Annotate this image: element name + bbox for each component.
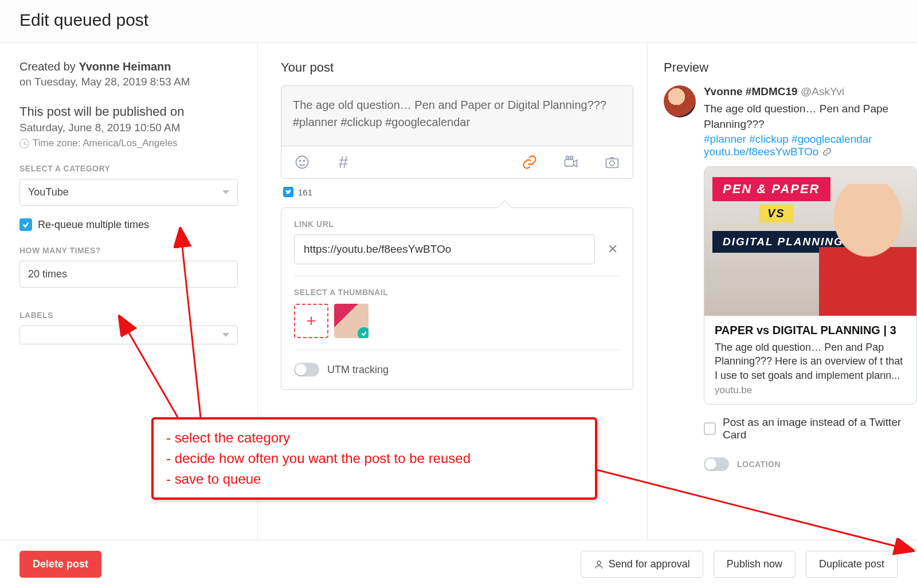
link-card: LINK URL https://youtu.be/f8eesYwBTOo ✕ … bbox=[281, 207, 633, 390]
banner-vs: VS bbox=[759, 205, 793, 222]
utm-toggle-row[interactable]: UTM tracking bbox=[294, 363, 620, 377]
requeue-checkbox-row[interactable]: Re-queue multiple times bbox=[19, 218, 238, 231]
preview-column: Preview Yvonne #MDMC19 @AskYvi The age o… bbox=[648, 43, 917, 545]
category-select[interactable]: YouTube bbox=[19, 179, 238, 206]
clear-link-icon[interactable]: ✕ bbox=[605, 240, 620, 259]
image-instead-label: Post as an image instead of a Twitter Ca… bbox=[723, 416, 917, 441]
char-count: 161 bbox=[298, 187, 312, 197]
banner-pen-paper: PEN & PAPER bbox=[712, 177, 830, 201]
post-composer: The age old question… Pen and Paper or D… bbox=[281, 85, 633, 179]
preview-card-host: youtu.be bbox=[715, 385, 906, 396]
timezone-text: Time zone: America/Los_Angeles bbox=[33, 138, 178, 149]
preview-short-url: youtu.be/f8eesYwBTOo bbox=[704, 146, 917, 158]
preview-card: PEN & PAPER VS DIGITAL PLANNING PAPER vs… bbox=[704, 166, 917, 405]
preview-post: Yvonne #MDMC19 @AskYvi The age old quest… bbox=[664, 85, 917, 471]
utm-label: UTM tracking bbox=[327, 364, 389, 376]
requeue-label: Re-queue multiple times bbox=[38, 219, 149, 231]
svg-point-0 bbox=[296, 156, 308, 168]
char-count-row: 161 bbox=[283, 187, 633, 197]
svg-rect-6 bbox=[606, 159, 618, 167]
labels-select[interactable] bbox=[19, 326, 238, 344]
publish-time: Saturday, June 8, 2019 10:50 AM bbox=[19, 121, 238, 134]
preview-heading: Preview bbox=[664, 60, 917, 75]
chevron-down-icon bbox=[222, 333, 229, 337]
thumbnail-option[interactable] bbox=[334, 304, 369, 338]
svg-point-8 bbox=[597, 561, 601, 565]
thumbnail-label: SELECT A THUMBNAIL bbox=[294, 288, 620, 297]
category-label: SELECT A CATEGORY bbox=[19, 164, 238, 173]
selected-check-icon bbox=[358, 327, 369, 338]
times-label: HOW MANY TIMES? bbox=[19, 246, 238, 255]
svg-point-2 bbox=[304, 160, 305, 162]
video-icon[interactable] bbox=[563, 154, 579, 170]
svg-point-5 bbox=[570, 156, 573, 159]
svg-point-4 bbox=[566, 156, 569, 159]
person-graphic bbox=[819, 184, 916, 316]
person-icon bbox=[594, 559, 604, 570]
preview-hashtags: #planner #clickup #googlecalendar bbox=[704, 133, 917, 146]
clock-icon bbox=[19, 139, 29, 148]
link-icon[interactable] bbox=[522, 154, 538, 170]
svg-point-7 bbox=[610, 161, 614, 166]
publish-now-button[interactable]: Publish now bbox=[714, 551, 795, 578]
link-small-icon bbox=[822, 147, 832, 157]
category-value: YouTube bbox=[28, 186, 69, 198]
hashtag-icon[interactable]: # bbox=[335, 154, 351, 170]
duplicate-post-button[interactable]: Duplicate post bbox=[806, 551, 898, 578]
page-title: Edit queued post bbox=[19, 10, 898, 30]
chevron-down-icon bbox=[222, 190, 229, 194]
timezone-row: Time zone: America/Los_Angeles bbox=[19, 138, 238, 149]
twitter-icon bbox=[283, 187, 293, 197]
created-on: on Tuesday, May 28, 2019 8:53 AM bbox=[19, 76, 238, 88]
link-url-input[interactable]: https://youtu.be/f8eesYwBTOo bbox=[294, 234, 595, 264]
times-value: 20 times bbox=[28, 268, 67, 280]
link-url-label: LINK URL bbox=[294, 219, 620, 229]
avatar bbox=[664, 85, 696, 117]
footer-actions: Delete post Send for approval Publish no… bbox=[0, 540, 917, 588]
add-thumbnail-button[interactable]: + bbox=[294, 304, 328, 338]
created-by-line: Created by Yvonne Heimann bbox=[19, 60, 238, 73]
emoji-icon[interactable] bbox=[294, 154, 310, 170]
send-for-approval-button[interactable]: Send for approval bbox=[581, 551, 703, 578]
toggle-off-icon[interactable] bbox=[704, 457, 729, 471]
post-textarea[interactable]: The age old question… Pen and Paper or D… bbox=[281, 86, 633, 146]
composer-toolbar: # bbox=[281, 146, 633, 178]
svg-rect-3 bbox=[565, 159, 574, 166]
annotation-callout: - select the category - decide how often… bbox=[151, 417, 597, 500]
preview-card-desc: The age old question… Pen and Pap Planni… bbox=[715, 340, 906, 382]
preview-card-title: PAPER vs DIGITAL PLANNING | 3 bbox=[715, 324, 906, 337]
checkbox-empty-icon bbox=[704, 422, 716, 435]
checkbox-checked-icon bbox=[19, 218, 32, 231]
image-instead-option[interactable]: Post as an image instead of a Twitter Ca… bbox=[704, 416, 917, 441]
composer-heading: Your post bbox=[281, 60, 633, 75]
times-select[interactable]: 20 times bbox=[19, 261, 238, 288]
preview-card-image: PEN & PAPER VS DIGITAL PLANNING bbox=[704, 167, 916, 316]
page-header: Edit queued post bbox=[0, 0, 917, 43]
preview-text: The age old question… Pen and Pape Plann… bbox=[704, 101, 917, 132]
publish-heading: This post will be published on bbox=[19, 104, 238, 119]
location-label: LOCATION bbox=[737, 460, 781, 469]
toggle-off-icon bbox=[294, 363, 319, 377]
svg-point-1 bbox=[300, 160, 301, 162]
labels-label: LABELS bbox=[19, 311, 238, 320]
delete-post-button[interactable]: Delete post bbox=[19, 551, 101, 578]
camera-icon[interactable] bbox=[604, 154, 620, 170]
preview-author: Yvonne #MDMC19 @AskYvi bbox=[704, 85, 917, 98]
